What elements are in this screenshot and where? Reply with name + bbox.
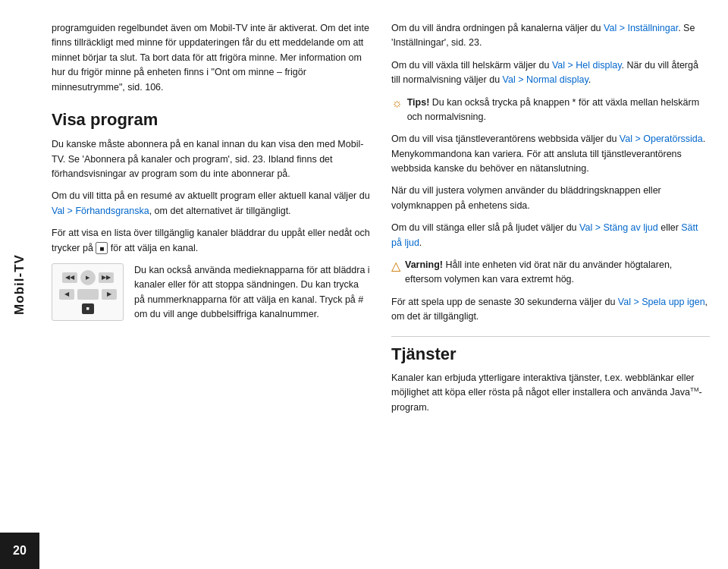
sidebar: Mobil-TV 20 [0,0,39,569]
next-btn[interactable]: ▶ [102,289,117,300]
right-para2-end: . [588,74,591,85]
visa-program-heading: Visa program [52,110,370,130]
left-column: programguiden regelbundet även om Mobil-… [52,21,370,548]
tip-box: ☼ Tips! Du kan också trycka på knappen *… [391,96,710,125]
right-para5-link1: Val > Stäng av ljud [579,222,658,233]
right-para2-prefix: Om du vill växla till helskärm väljer du [391,60,552,71]
warning-text: Håll inte enheten vid örat när du använd… [405,259,672,284]
tjanster-heading: Tjänster [391,344,710,364]
section1-para1: Du kanske måste abonnera på en kanal inn… [52,137,370,181]
remote-control: ◀◀ ▶ ▶▶ ◀ ▶ ■ [52,263,124,321]
right-para1: Om du vill ändra ordningen på kanalerna … [391,21,710,51]
right-para1-link: Val > Inställningar [604,23,678,33]
right-para5: Om du vill stänga eller slå på ljudet vä… [391,221,710,250]
section1-para2-suffix: , om det alternativet är tillgängligt. [149,206,291,216]
right-para5-prefix: Om du vill stänga eller slå på ljudet vä… [391,222,579,233]
play-btn[interactable]: ▶ [80,270,96,285]
right-column: Om du vill ändra ordningen på kanalerna … [391,21,710,548]
right-para3-link: Val > Operatörssida [620,134,703,144]
prev-btn[interactable]: ◀ [59,289,74,300]
section1-para2-prefix: Om du vill titta på en resumé av aktuell… [52,190,370,201]
right-para1-prefix: Om du vill ändra ordningen på kanalerna … [391,23,604,33]
tip-label: Tips! [407,97,430,108]
warning-icon: △ [391,259,400,273]
warning-box: △ Varning! Håll inte enheten vid örat nä… [391,258,710,288]
rewind-btn[interactable]: ◀◀ [62,272,77,283]
page-number-area: 20 [0,533,39,569]
tip-icon: ☼ [391,96,403,110]
right-para2: Om du vill växla till helskärm väljer du… [391,58,710,88]
stop-btn[interactable]: ■ [82,303,94,314]
tip-content: Tips! Du kan också trycka på knappen * f… [407,96,710,125]
right-para6-prefix: För att spela upp de senaste 30 sekunder… [391,297,618,307]
warning-label: Varning! [405,259,443,270]
main-content: programguiden regelbundet även om Mobil-… [39,0,728,569]
section1-para3: För att visa en lista över tillgänglig k… [52,226,370,256]
media-controls-row: ◀◀ ▶ ▶▶ ◀ ▶ ■ Du kan också använ [52,263,370,322]
right-para6: För att spela upp de senaste 30 sekunder… [391,295,710,325]
right-para5-mid: eller [658,222,682,233]
tip-text: Du kan också trycka på knappen * för att… [407,97,699,122]
section1-para2-link: Val > Förhandsgranska [52,206,149,216]
right-para2-link2: Val > Normal display [503,74,588,85]
right-para3-prefix: Om du vill visa tjänstleverantörens webb… [391,134,620,144]
right-para5-end: . [419,237,422,248]
right-para6-link: Val > Spela upp igen [618,297,705,307]
right-para2-link1: Val > Hel display [552,60,622,71]
page-number: 20 [13,544,27,558]
media-caption: Du kan också använda medieknapparna för … [134,263,370,322]
mid-btn[interactable] [77,289,99,300]
right-para4: När du vill justera volymen använder du … [391,184,710,213]
section-divider [391,336,710,337]
intro-paragraph: programguiden regelbundet även om Mobil-… [52,21,370,95]
section1-para2: Om du vill titta på en resumé av aktuell… [52,189,370,218]
tjanster-para1: Kanaler kan erbjuda ytterligare interakt… [391,371,710,415]
right-para3: Om du vill visa tjänstleverantörens webb… [391,132,710,176]
fastforward-btn[interactable]: ▶▶ [99,272,114,283]
sidebar-title: Mobil-TV [12,254,27,315]
warning-content: Varning! Håll inte enheten vid örat när … [405,258,710,288]
